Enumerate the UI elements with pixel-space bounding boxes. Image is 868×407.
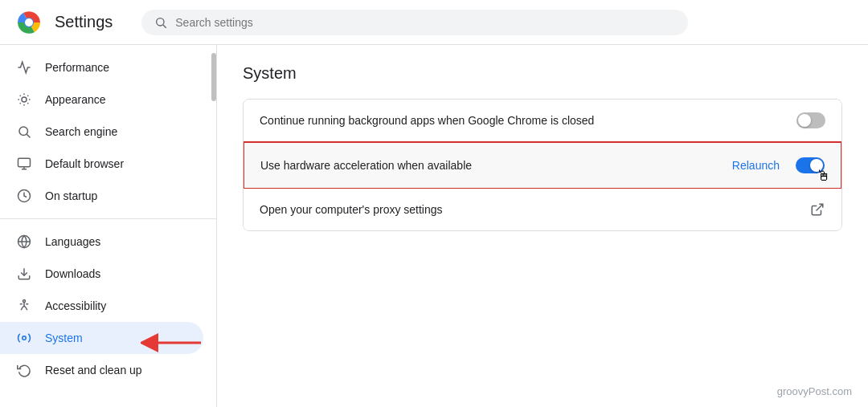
sidebar-item-label: Languages [45,235,100,248]
sidebar-item-label: Accessibility [45,299,106,312]
sidebar-item-label: Reset and clean up [45,364,142,376]
section-title: System [243,64,842,83]
settings-row-hardware-acceleration: Use hardware acceleration when available… [243,141,842,189]
hardware-acceleration-actions: Relaunch 🖱 [726,156,825,175]
proxy-actions [809,201,825,218]
chrome-logo [16,10,42,35]
languages-icon [16,234,32,250]
svg-line-4 [163,25,166,28]
proxy-label: Open your computer's proxy settings [260,203,809,216]
app-title: Settings [55,13,113,31]
svg-point-2 [25,18,33,26]
svg-point-3 [157,18,164,25]
search-icon [154,16,167,29]
settings-row-proxy: Open your computer's proxy settings [244,189,841,230]
background-apps-label: Continue running background apps when Go… [260,114,796,127]
sidebar-divider [0,218,216,219]
search-bar [141,10,688,35]
svg-point-16 [23,336,27,340]
svg-point-5 [22,97,27,102]
downloads-icon [16,266,32,282]
settings-card: Continue running background apps when Go… [243,99,842,231]
sidebar-item-accessibility[interactable]: Accessibility [0,290,203,322]
sidebar-item-default-browser[interactable]: Default browser [0,148,203,180]
sidebar: Performance Appearance Search engine [0,45,217,407]
performance-icon [16,59,32,75]
svg-point-15 [23,300,26,303]
sidebar-item-label: Search engine [45,125,117,138]
scroll-indicator [211,45,216,407]
relaunch-button[interactable]: Relaunch [726,156,786,175]
search-input[interactable] [175,16,675,29]
sidebar-item-label: On startup [45,189,97,202]
sidebar-item-label: Performance [45,61,109,74]
default-browser-icon [16,156,32,172]
settings-row-background-apps: Continue running background apps when Go… [244,100,841,142]
scroll-thumb[interactable] [211,53,216,101]
main-layout: Performance Appearance Search engine [0,45,868,407]
svg-line-7 [27,134,30,137]
top-bar: Settings [0,0,868,45]
sidebar-item-reset[interactable]: Reset and clean up [0,354,203,386]
sidebar-item-system[interactable]: System [0,322,203,354]
toggle-thumb [810,159,823,172]
on-startup-icon [16,188,32,204]
background-apps-actions [796,112,825,128]
sidebar-item-label: System [45,332,83,344]
hardware-acceleration-label: Use hardware acceleration when available [260,159,726,172]
sidebar-item-appearance[interactable]: Appearance [0,83,203,116]
appearance-icon [16,92,32,108]
sidebar-item-label: Default browser [45,157,124,170]
svg-rect-8 [18,158,31,167]
svg-point-6 [19,127,28,136]
sidebar-item-label: Appearance [45,93,106,106]
reset-icon [16,362,32,378]
sidebar-item-languages[interactable]: Languages [0,226,203,258]
accessibility-icon [16,298,32,314]
background-apps-toggle[interactable] [796,112,825,128]
sidebar-item-on-startup[interactable]: On startup [0,180,203,212]
search-engine-icon [16,124,32,140]
content-area: System Continue running background apps … [217,45,868,407]
sidebar-item-performance[interactable]: Performance [0,51,203,83]
hardware-acceleration-toggle[interactable]: 🖱 [796,157,825,173]
sidebar-item-downloads[interactable]: Downloads [0,258,203,290]
toggle-thumb [798,114,811,127]
sidebar-item-label: Downloads [45,267,100,280]
watermark: groovyPost.com [777,385,852,397]
sidebar-item-search-engine[interactable]: Search engine [0,116,203,148]
external-link-icon[interactable] [809,201,825,218]
system-icon [16,330,32,346]
svg-line-17 [817,204,823,210]
